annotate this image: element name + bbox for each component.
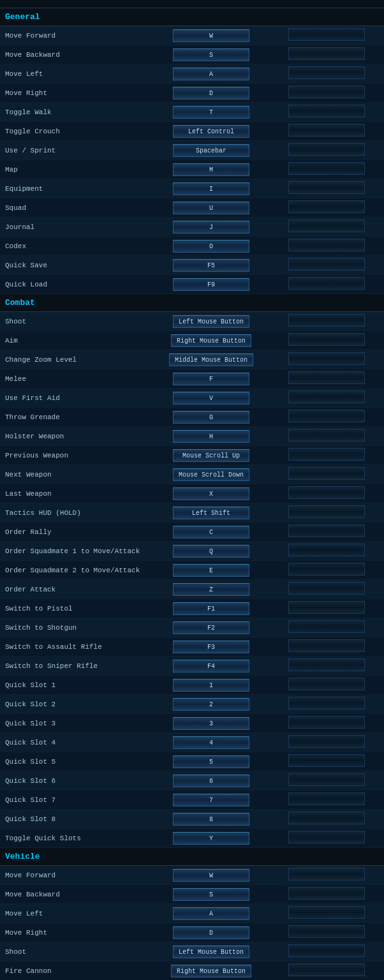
key-box[interactable]: U (173, 202, 249, 214)
primary-key-cell[interactable]: Right Mouse Button (154, 961, 269, 981)
key-box[interactable]: M (173, 163, 249, 176)
key-box-empty-secondary[interactable] (288, 410, 365, 422)
primary-key-cell[interactable]: Spacebar (154, 141, 269, 160)
key-box[interactable]: 8 (173, 813, 249, 826)
secondary-key-cell[interactable] (269, 408, 384, 427)
key-box-empty-secondary[interactable] (288, 486, 365, 499)
key-box-empty-secondary[interactable] (288, 28, 365, 41)
key-box[interactable]: Middle Mouse Button (169, 353, 253, 366)
key-box-empty-secondary[interactable] (288, 697, 365, 709)
primary-key-cell[interactable]: A (154, 64, 269, 84)
key-box-empty-secondary[interactable] (288, 124, 365, 137)
primary-key-cell[interactable]: Left Control (154, 122, 269, 141)
key-box[interactable]: 1 (173, 679, 249, 692)
key-box-empty-secondary[interactable] (288, 812, 365, 824)
key-box[interactable]: W (173, 869, 249, 882)
primary-key-cell[interactable]: F2 (154, 618, 269, 637)
secondary-key-cell[interactable] (269, 218, 384, 237)
secondary-key-cell[interactable] (269, 599, 384, 618)
primary-key-cell[interactable]: Y (154, 829, 269, 848)
key-box-empty-secondary[interactable] (288, 448, 365, 461)
secondary-key-cell[interactable] (269, 618, 384, 637)
key-box[interactable]: Q (173, 545, 249, 558)
secondary-key-cell[interactable] (269, 198, 384, 218)
key-box-empty-secondary[interactable] (288, 773, 365, 786)
key-box[interactable]: E (173, 564, 249, 577)
key-box-empty-secondary[interactable] (288, 716, 365, 729)
key-box-empty-secondary[interactable] (288, 352, 365, 365)
secondary-key-cell[interactable] (269, 275, 384, 294)
secondary-key-cell[interactable] (269, 542, 384, 561)
key-box-empty-secondary[interactable] (288, 47, 365, 60)
key-box[interactable]: Left Mouse Button (173, 946, 249, 958)
key-box-empty-secondary[interactable] (288, 181, 365, 194)
key-box[interactable]: 5 (173, 755, 249, 768)
key-box[interactable]: O (173, 240, 249, 253)
primary-key-cell[interactable]: V (154, 389, 269, 408)
key-box[interactable]: A (173, 68, 249, 80)
primary-key-cell[interactable]: Right Mouse Button (154, 331, 269, 350)
secondary-key-cell[interactable] (269, 141, 384, 160)
primary-key-cell[interactable]: E (154, 561, 269, 580)
secondary-key-cell[interactable] (269, 350, 384, 369)
secondary-key-cell[interactable] (269, 657, 384, 676)
key-box-empty-secondary[interactable] (288, 544, 365, 556)
secondary-key-cell[interactable] (269, 676, 384, 695)
primary-key-cell[interactable]: 3 (154, 714, 269, 733)
key-box-empty-secondary[interactable] (288, 371, 365, 384)
secondary-key-cell[interactable] (269, 637, 384, 657)
key-box-empty-secondary[interactable] (288, 200, 365, 213)
key-box-empty-secondary[interactable] (288, 467, 365, 480)
key-box-empty-secondary[interactable] (288, 925, 365, 938)
primary-key-cell[interactable]: Mouse Scroll Down (154, 465, 269, 484)
secondary-key-cell[interactable] (269, 923, 384, 942)
key-box[interactable]: Left Control (173, 125, 249, 138)
secondary-key-cell[interactable] (269, 331, 384, 350)
primary-key-cell[interactable]: D (154, 84, 269, 103)
key-box[interactable]: Right Mouse Button (171, 965, 251, 977)
primary-key-cell[interactable]: Left Shift (154, 503, 269, 523)
key-box-empty-secondary[interactable] (288, 601, 365, 614)
primary-key-cell[interactable]: F (154, 369, 269, 389)
key-box[interactable]: V (173, 392, 249, 405)
primary-key-cell[interactable]: 5 (154, 752, 269, 771)
primary-key-cell[interactable]: Left Mouse Button (154, 942, 269, 961)
key-box-empty-secondary[interactable] (288, 239, 365, 251)
primary-key-cell[interactable]: Mouse Scroll Up (154, 446, 269, 465)
key-box[interactable]: F1 (173, 602, 249, 615)
key-box-empty-secondary[interactable] (288, 429, 365, 442)
primary-key-cell[interactable]: S (154, 885, 269, 904)
secondary-key-cell[interactable] (269, 771, 384, 791)
primary-key-cell[interactable]: F3 (154, 637, 269, 657)
primary-key-cell[interactable]: I (154, 179, 269, 198)
key-box[interactable]: F (173, 373, 249, 385)
secondary-key-cell[interactable] (269, 312, 384, 331)
key-box[interactable]: Spacebar (173, 144, 249, 157)
primary-key-cell[interactable]: F4 (154, 657, 269, 676)
key-box[interactable]: Mouse Scroll Down (173, 468, 249, 481)
secondary-key-cell[interactable] (269, 561, 384, 580)
primary-key-cell[interactable]: F1 (154, 599, 269, 618)
key-box[interactable]: S (173, 48, 249, 61)
secondary-key-cell[interactable] (269, 427, 384, 446)
primary-key-cell[interactable]: 8 (154, 810, 269, 829)
key-box-empty-secondary[interactable] (288, 162, 365, 175)
key-box-empty-secondary[interactable] (288, 563, 365, 575)
key-box[interactable]: Mouse Scroll Up (173, 449, 249, 462)
primary-key-cell[interactable]: M (154, 160, 269, 179)
secondary-key-cell[interactable] (269, 179, 384, 198)
primary-key-cell[interactable]: Z (154, 580, 269, 599)
secondary-key-cell[interactable] (269, 752, 384, 771)
secondary-key-cell[interactable] (269, 122, 384, 141)
key-box[interactable]: F2 (173, 621, 249, 634)
key-box[interactable]: Left Shift (173, 507, 249, 519)
key-box[interactable]: D (173, 926, 249, 939)
key-box-empty-secondary[interactable] (288, 582, 365, 595)
key-box-empty-secondary[interactable] (288, 390, 365, 403)
secondary-key-cell[interactable] (269, 64, 384, 84)
key-box-empty-secondary[interactable] (288, 963, 365, 976)
secondary-key-cell[interactable] (269, 866, 384, 885)
key-box[interactable]: T (173, 106, 249, 119)
key-box[interactable]: X (173, 487, 249, 500)
key-box[interactable]: A (173, 907, 249, 920)
